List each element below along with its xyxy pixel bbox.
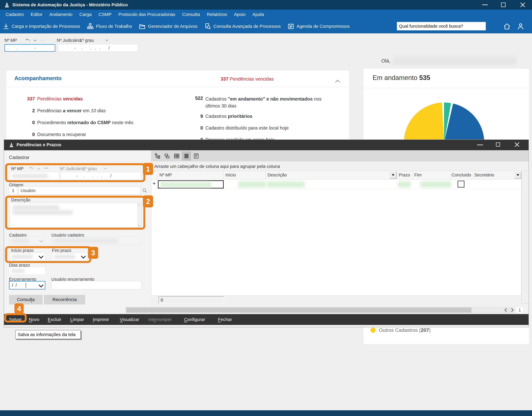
view-hierarchy-icon[interactable] — [153, 152, 162, 160]
user-icon[interactable] — [516, 22, 525, 31]
cadastro-distribuido-row[interactable]: 0Cadastro distribuído para este local ho… — [186, 125, 289, 131]
encerramento-dropdown[interactable]: / / — [9, 281, 45, 289]
column-header-prazo[interactable]: Prazo — [399, 173, 410, 178]
descricao-textarea[interactable] — [10, 203, 142, 228]
toolbar-item-gerenciador-arquivos[interactable]: Gerenciador de Arquivos — [139, 23, 197, 30]
column-header-concluido[interactable]: Concluído — [452, 173, 471, 178]
undo-icon[interactable] — [29, 166, 34, 171]
grid-vertical-scrollbar[interactable] — [522, 171, 529, 304]
usuario-encerramento-input[interactable] — [51, 281, 142, 289]
home-icon[interactable] — [503, 22, 511, 30]
dias-prazo-input[interactable] — [9, 267, 45, 275]
dialog-close-button[interactable] — [514, 142, 520, 147]
dialog-titlebar — [4, 140, 529, 150]
fechar-button[interactable]: Fechar — [218, 314, 232, 325]
menu-item-protocolo[interactable]: Protocolo das Procuradorias — [115, 10, 179, 19]
window-title: Sistema de Automação da Justiça - Minist… — [12, 0, 128, 10]
menu-item-consulta[interactable]: Consulta — [179, 10, 203, 19]
calendar-icon — [287, 23, 294, 30]
visualizar-button[interactable]: Visualizar — [120, 314, 139, 325]
recorrencia-button[interactable]: Recorrência — [44, 295, 85, 305]
column-header-fim[interactable]: Fim — [414, 173, 421, 178]
view-cards-icon[interactable] — [163, 152, 171, 160]
textarea-scrollbar[interactable] — [137, 203, 141, 228]
column-header-mp[interactable]: Nº MP — [159, 173, 172, 178]
view-table-icon[interactable] — [172, 152, 181, 160]
page-number-box[interactable]: 1 — [516, 307, 523, 313]
usuario-cadastro-input[interactable] — [51, 237, 142, 245]
annotation-badge-2: 2 — [143, 195, 153, 208]
consulta-button[interactable]: Consulta — [9, 295, 43, 305]
documento-recuperar-row[interactable]: 0Documento a recuperar — [9, 132, 86, 137]
search-input[interactable]: Qual funcionalidade você busca? — [397, 22, 486, 30]
dialog-jud-input[interactable]: - . . . . / — [60, 172, 141, 180]
inicio-prazo-dropdown[interactable] — [10, 253, 45, 261]
menu-item-andamento[interactable]: Andamento — [46, 10, 76, 19]
annotation-badge-4: 4 — [14, 303, 24, 314]
menu-item-editor[interactable]: Editor — [27, 10, 46, 19]
judicial-degree-label: 1º grau — [80, 38, 94, 43]
row-expander[interactable]: + — [152, 180, 156, 187]
greeting-name-redacted — [393, 57, 516, 65]
concluido-checkbox[interactable] — [457, 181, 465, 188]
menu-item-ajuda[interactable]: Ajuda — [249, 10, 267, 19]
fim-prazo-dropdown[interactable] — [52, 253, 88, 261]
column-header-descricao[interactable]: Descrição — [267, 173, 287, 178]
limpar-button[interactable]: Limpar — [70, 314, 84, 325]
menu-item-relatorios[interactable]: Relatórios — [203, 10, 231, 19]
redacted-text — [12, 210, 73, 215]
descricao-filter-button[interactable] — [390, 172, 397, 178]
grid-body[interactable] — [151, 171, 521, 296]
maximize-button[interactable] — [501, 2, 506, 7]
close-button[interactable] — [520, 2, 526, 8]
minimize-button[interactable] — [482, 4, 488, 5]
pendencias-vencidas-row[interactable]: 337Pendências vencidas — [9, 96, 83, 102]
dialog-jud-degree-label: 1º grau — [83, 166, 97, 171]
column-header-inicio[interactable]: Início — [226, 173, 236, 178]
novo-button[interactable]: Novo — [29, 314, 39, 325]
legend-outros-cadastros[interactable]: Outros Cadastros (207) — [379, 327, 431, 333]
procedimento-retornado-row[interactable]: 0Procedimento retornado do CSMP neste mê… — [9, 120, 133, 125]
cadastros-nao-movimentados-row[interactable]: 522Cadastros "em andamento" e não movime… — [186, 96, 350, 109]
redacted-cell-value — [160, 182, 211, 187]
excluir-button[interactable]: Excluir — [48, 314, 61, 325]
dialog-mp-input[interactable] — [10, 172, 59, 180]
mp-number-input[interactable]: . . - — [4, 44, 55, 52]
menu-item-carga[interactable]: Carga — [76, 10, 95, 19]
cadastros-prioritarios-row[interactable]: 9Cadastros prioritários — [186, 114, 253, 119]
judicial-number-input[interactable]: - . . . . / — [58, 44, 138, 52]
imprimir-button[interactable]: Imprimir — [93, 314, 109, 325]
column-header-secretario[interactable]: Secretário — [474, 173, 494, 178]
origem-value-input[interactable]: Usuário — [18, 187, 140, 195]
view-list-icon[interactable] — [182, 152, 191, 160]
toolbar-item-carga-importacao[interactable]: Carga e Importação de Processos — [2, 23, 80, 30]
toolbar-item-fluxo-trabalho[interactable]: Fluxo de Trabalho — [87, 23, 132, 30]
active-cell-mp[interactable] — [158, 180, 224, 188]
workflow-icon — [87, 23, 94, 30]
pendencias-a-vencer-row[interactable]: 2Pendências a vencer em 10 dias — [9, 108, 106, 113]
card-divider — [363, 88, 529, 88]
card-divider — [6, 87, 349, 87]
toolbar-item-agenda[interactable]: Agenda de Compromissos — [287, 23, 350, 30]
mp-more-button[interactable]: ... — [40, 36, 45, 42]
dialog-maximize-button[interactable] — [496, 142, 500, 147]
origem-code-input[interactable]: 1 — [9, 187, 17, 195]
mp-history-chevron-icon[interactable] — [33, 38, 37, 41]
grid-horizontal-scrollbar[interactable] — [125, 307, 503, 313]
judicial-degree-chevron-icon[interactable] — [105, 38, 108, 41]
view-detail-icon[interactable] — [192, 152, 200, 160]
undo-icon[interactable] — [25, 38, 31, 43]
page-nav-buttons[interactable] — [504, 307, 515, 313]
configurar-button[interactable]: Configurar — [184, 314, 205, 325]
mp-more-button[interactable]: ... — [44, 164, 49, 170]
toolbar-item-consulta-avancada[interactable]: Consulta Avançada de Processos — [204, 23, 281, 30]
scrollbar-thumb[interactable] — [126, 307, 472, 313]
salvar-button[interactable]: Salvar — [9, 314, 22, 325]
cadastro-dropdown[interactable] — [9, 237, 45, 245]
menu-item-apoio[interactable]: Apoio — [231, 10, 249, 19]
search-lookup-icon[interactable] — [142, 188, 148, 194]
dialog-minimize-button[interactable] — [477, 145, 483, 145]
secretario-filter-button[interactable] — [515, 172, 521, 178]
menu-item-cadastro[interactable]: Cadastro — [2, 10, 27, 19]
menu-item-csmp[interactable]: CSMP — [95, 10, 115, 19]
